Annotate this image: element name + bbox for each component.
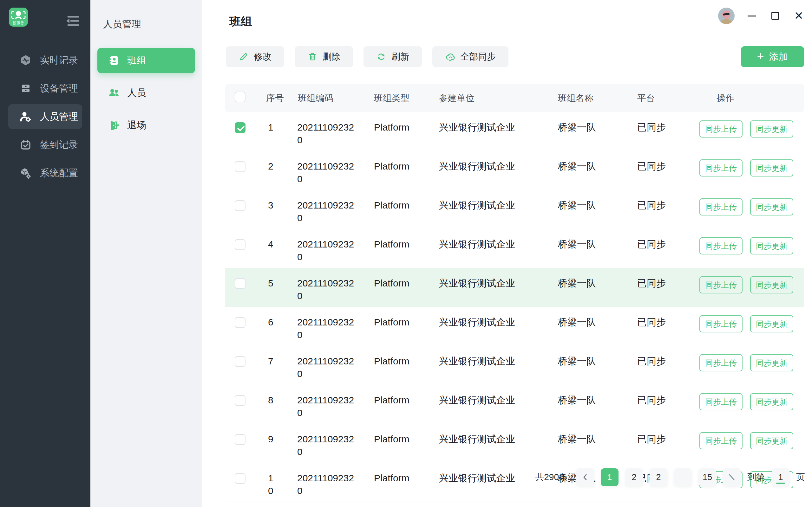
page-button-1[interactable]: 1 [601, 468, 618, 486]
exit-door-icon [108, 119, 119, 131]
table-header: 序号 班组编码 班组类型 参建单位 班组名称 平台 操作 [225, 84, 804, 112]
user-avatar[interactable] [718, 8, 734, 24]
refresh-label: 刷新 [392, 51, 409, 63]
trash-icon [307, 52, 317, 62]
delete-button[interactable]: 删除 [295, 46, 353, 67]
sync-update-button[interactable]: 同步更新 [750, 120, 793, 137]
sync-upload-button[interactable]: 同步上传 [699, 237, 743, 255]
page-button-last[interactable]: 15 [699, 468, 716, 486]
row-checkbox[interactable] [235, 473, 246, 484]
sync-upload-button[interactable]: 同步上传 [699, 199, 743, 216]
modify-button[interactable]: 修改 [226, 46, 284, 67]
window-maximize-button[interactable] [769, 9, 781, 22]
row-checkbox[interactable] [235, 239, 246, 250]
sidebar-item-system-config[interactable]: 系统配置 [8, 161, 82, 185]
team-type: Platform [363, 112, 428, 151]
row-number: 3 [268, 199, 273, 212]
sync-update-button[interactable]: 同步更新 [750, 432, 793, 449]
team-code: 202111092320 [297, 433, 358, 458]
sync-update-button[interactable]: 同步更新 [750, 354, 793, 372]
column-header: 班组类型 [363, 92, 428, 104]
team-name: 桥梁一队 [547, 346, 626, 385]
team-name: 桥梁一队 [547, 424, 626, 463]
column-header: 参建单位 [428, 92, 547, 104]
participating-unit: 兴业银行测试企业 [428, 307, 547, 346]
platform-status: 已同步 [626, 268, 706, 307]
window-close-button[interactable]: ✕ [792, 9, 805, 22]
submenu-item-personnel[interactable]: 人员 [97, 80, 195, 106]
person-gear-icon [20, 111, 32, 123]
page-ellipsis[interactable] [674, 468, 692, 486]
column-header: 平台 [626, 92, 706, 104]
row-actions: 同步上传 同步更新 [706, 112, 804, 151]
row-checkbox[interactable] [235, 395, 246, 406]
refresh-button[interactable]: 刷新 [363, 46, 422, 67]
sidebar-collapse-button[interactable] [65, 14, 80, 27]
team-type: Platform [363, 190, 428, 229]
table-row: 6 202111092320 Platform 兴业银行测试企业 桥梁一队 已同… [225, 307, 804, 346]
sidebar-item-personnel-management[interactable]: 人员管理 [8, 104, 82, 129]
team-type: Platform [363, 151, 428, 190]
add-label: 添加 [769, 50, 788, 63]
prev-page-button[interactable] [576, 468, 594, 486]
next-page-button[interactable] [723, 468, 741, 486]
row-number: 8 [268, 394, 273, 406]
table-row: 5 202111092320 Platform 兴业银行测试企业 桥梁一队 已同… [225, 268, 804, 307]
team-name: 桥梁一队 [547, 112, 626, 151]
sync-upload-button[interactable]: 同步上传 [699, 393, 743, 410]
row-checkbox[interactable] [235, 122, 246, 133]
page-button-3[interactable]: 2 [650, 468, 667, 486]
sync-upload-button[interactable]: 同步上传 [699, 315, 743, 332]
sync-upload-button[interactable]: 同步上传 [699, 354, 743, 372]
sync-upload-button[interactable]: 同步上传 [699, 159, 743, 176]
platform-status: 已同步 [626, 385, 706, 424]
sidebar-item-device-management[interactable]: 设备管理 [8, 76, 82, 101]
row-checkbox[interactable] [235, 278, 246, 289]
page-button-2[interactable]: 2 [625, 468, 643, 486]
column-header: 班组编码 [287, 92, 363, 104]
select-all-checkbox[interactable] [235, 92, 246, 102]
row-number: 7 [268, 355, 273, 368]
sync-upload-button[interactable]: 同步上传 [699, 120, 743, 137]
sync-all-button[interactable]: 全部同步 [432, 46, 508, 67]
next-page-icon [728, 473, 735, 481]
row-checkbox[interactable] [235, 434, 246, 445]
team-name: 桥梁一队 [547, 190, 626, 229]
face-scan-icon: 薪服务 [9, 8, 28, 26]
sync-update-button[interactable]: 同步更新 [750, 315, 793, 332]
team-type: Platform [363, 463, 428, 502]
table-row: 1 202111092320 Platform 兴业银行测试企业 桥梁一队 已同… [225, 112, 804, 151]
sidebar-item-realtime-records[interactable]: 实时记录 [8, 48, 82, 72]
team-type: Platform [363, 268, 428, 307]
row-actions: 同步上传 同步更新 [706, 307, 804, 346]
sync-update-button[interactable]: 同步更新 [750, 237, 793, 255]
row-number: 10 [268, 472, 275, 497]
column-header: 操作 [706, 92, 804, 104]
collapse-menu-icon [65, 14, 80, 27]
row-checkbox[interactable] [235, 200, 246, 211]
sync-upload-button[interactable]: 同步上传 [699, 276, 743, 293]
row-checkbox[interactable] [235, 161, 246, 172]
team-code: 202111092320 [297, 238, 358, 263]
sync-update-button[interactable]: 同步更新 [750, 159, 793, 176]
sync-update-button[interactable]: 同步更新 [750, 199, 793, 216]
sync-upload-button[interactable]: 同步上传 [699, 432, 743, 449]
row-number: 1 [268, 121, 273, 134]
plus-icon: + [757, 50, 764, 62]
jump-page-input[interactable]: 1 [772, 468, 790, 486]
team-name: 桥梁一队 [547, 229, 626, 268]
row-actions: 同步上传 同步更新 [706, 268, 804, 307]
sync-update-button[interactable]: 同步更新 [750, 276, 793, 293]
table-row: 8 202111092320 Platform 兴业银行测试企业 桥梁一队 已同… [225, 385, 804, 424]
submenu-item-team[interactable]: 班组 [97, 48, 195, 73]
sync-update-button[interactable]: 同步更新 [750, 393, 793, 410]
sidebar-item-checkin-records[interactable]: 签到记录 [8, 132, 82, 157]
row-checkbox[interactable] [235, 317, 246, 328]
submenu-item-exit[interactable]: 退场 [97, 112, 195, 138]
row-checkbox[interactable] [235, 356, 246, 367]
row-actions: 同步上传 同步更新 [706, 151, 804, 190]
window-minimize-button[interactable] [745, 9, 758, 22]
add-button[interactable]: + 添加 [741, 46, 804, 67]
row-number: 2 [268, 160, 273, 173]
team-code: 202111092320 [297, 316, 358, 341]
